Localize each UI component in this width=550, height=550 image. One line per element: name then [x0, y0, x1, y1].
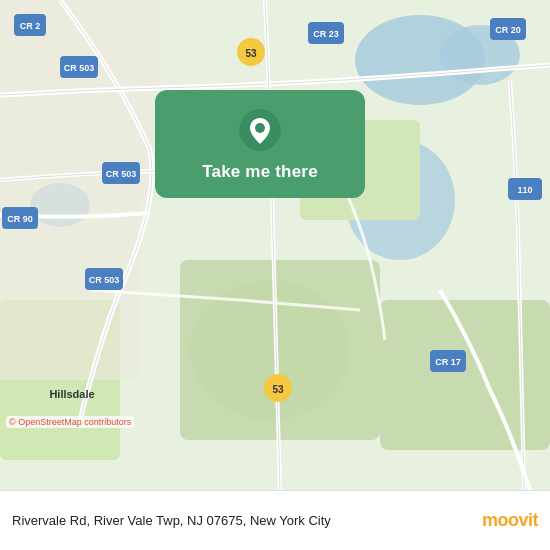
- take-me-there-label: Take me there: [202, 162, 318, 182]
- map-container: CR 2 CR 503 CR 503 CR 503 CR 23 CR 20 53…: [0, 0, 550, 490]
- svg-text:CR 503: CR 503: [89, 275, 120, 285]
- location-pin-icon: [238, 108, 282, 152]
- svg-text:CR 23: CR 23: [313, 29, 339, 39]
- svg-text:CR 20: CR 20: [495, 25, 521, 35]
- bottom-bar: Rivervale Rd, River Vale Twp, NJ 07675, …: [0, 490, 550, 550]
- svg-text:CR 17: CR 17: [435, 357, 461, 367]
- svg-text:CR 503: CR 503: [64, 63, 95, 73]
- svg-point-36: [255, 123, 265, 133]
- address-text: Rivervale Rd, River Vale Twp, NJ 07675, …: [12, 512, 474, 530]
- svg-text:53: 53: [245, 48, 257, 59]
- moovit-logo-text: moovit: [482, 510, 538, 531]
- svg-text:53: 53: [272, 384, 284, 395]
- svg-text:110: 110: [517, 185, 532, 195]
- svg-text:CR 90: CR 90: [7, 214, 33, 224]
- svg-text:CR 2: CR 2: [20, 21, 41, 31]
- svg-text:CR 503: CR 503: [106, 169, 137, 179]
- svg-text:Hillsdale: Hillsdale: [49, 388, 94, 400]
- take-me-there-button[interactable]: Take me there: [155, 90, 365, 198]
- moovit-logo: moovit: [482, 510, 538, 531]
- osm-attribution: © OpenStreetMap contributors: [6, 416, 134, 428]
